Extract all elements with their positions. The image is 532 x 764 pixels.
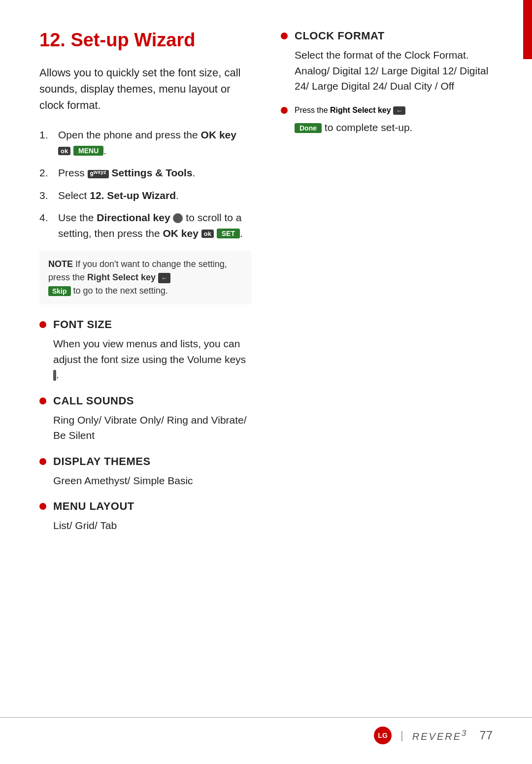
menu-badge: MENU	[73, 146, 103, 156]
bullet-menu-layout-title: MENU LAYOUT	[53, 500, 134, 513]
note-arrow-badge: ←	[158, 273, 170, 284]
lg-logo: LG	[374, 727, 392, 744]
bullet-dot-right-select	[281, 107, 288, 114]
right-select-text1: Press the	[295, 106, 330, 114]
bullet-call-sounds-header: CALL SOUNDS	[39, 395, 251, 407]
lg-circle-icon: LG	[374, 727, 392, 744]
bullet-call-sounds-body: Ring Only/ Vibrate Only/ Ring and Vibrat…	[39, 412, 251, 443]
bullet-right-select: Press the Right Select key ← Done to com…	[281, 106, 493, 135]
step-1-period: .	[103, 145, 106, 156]
note-bold: Right Select key	[87, 272, 158, 282]
footer-logo: LG | REVERE3 77	[374, 727, 493, 744]
footer-sup: 3	[462, 729, 467, 738]
step-1-text: Open the phone and press the	[58, 129, 201, 140]
bullet-dot-menu-layout	[39, 503, 46, 510]
red-bar	[523, 0, 532, 59]
bullet-font-size: FONT SIZE When you view menus and lists,…	[39, 318, 251, 383]
bullet-menu-layout-body: List/ Grid/ Tab	[39, 518, 251, 533]
bullet-font-size-body: When you view menus and lists, you can a…	[39, 336, 251, 383]
footer-brand-name: REVERE3	[412, 729, 468, 742]
note-text-after: to go to the next setting.	[73, 286, 168, 296]
step-3-num: 3.	[39, 188, 53, 203]
intro-text: Allows you to quickly set the font size,…	[39, 65, 251, 113]
page-title: 12. Set-up Wizard	[39, 30, 251, 51]
bullet-dot-font-size	[39, 321, 46, 328]
right-select-bold: Right Select key	[330, 106, 393, 114]
steps-list: 1. Open the phone and press the OK key o…	[39, 127, 251, 241]
step-2-bold: Settings & Tools	[111, 167, 192, 178]
step-3-content: Select 12. Set-up Wizard.	[58, 188, 251, 203]
step-4-period: .	[240, 228, 243, 239]
footer-page-number: 77	[479, 729, 493, 742]
footer: LG | REVERE3 77	[0, 717, 532, 744]
footer-separator: |	[400, 729, 403, 742]
bullet-menu-layout: MENU LAYOUT List/ Grid/ Tab	[39, 500, 251, 533]
step-1-content: Open the phone and press the OK key ok M…	[58, 127, 251, 158]
step-3-bold: 12. Set-up Wizard	[90, 190, 176, 201]
bullet-dot-display-themes	[39, 458, 46, 465]
step-2-text: Press	[58, 167, 88, 178]
bullet-right-select-content: Press the Right Select key ←	[295, 106, 405, 115]
step-1: 1. Open the phone and press the OK key o…	[39, 127, 251, 158]
bullet-dot-call-sounds	[39, 398, 46, 404]
step-1-bold: OK key	[201, 129, 236, 140]
right-column: CLOCK FORMAT Select the format of the Cl…	[281, 30, 493, 734]
bullet-clock-format-title: CLOCK FORMAT	[295, 30, 385, 42]
note-box: NOTE If you don't want to change the set…	[39, 251, 251, 304]
note-label: NOTE	[48, 259, 73, 269]
step-4-num: 4.	[39, 210, 53, 226]
bullet-display-themes-header: DISPLAY THEMES	[39, 455, 251, 468]
left-column: 12. Set-up Wizard Allows you to quickly …	[39, 30, 251, 734]
directional-icon	[173, 213, 183, 223]
step-4-content: Use the Directional key to scroll to a s…	[58, 210, 251, 241]
right-select-arrow: ←	[393, 106, 405, 115]
step-2-content: Press 9wxyz Settings & Tools.	[58, 165, 251, 181]
step-4-bold2: OK key	[163, 228, 201, 239]
settings-badge: 9wxyz	[88, 170, 109, 178]
volume-icon	[53, 370, 56, 381]
bullet-right-select-body: Done to complete set-up.	[281, 120, 493, 135]
ok-badge-2: ok	[201, 230, 214, 238]
step-3-text: Select	[58, 190, 90, 201]
done-badge: Done	[295, 123, 322, 133]
right-select-after: to complete set-up.	[325, 122, 413, 133]
bullet-clock-format-header: CLOCK FORMAT	[281, 30, 493, 42]
bullet-menu-layout-header: MENU LAYOUT	[39, 500, 251, 513]
step-4: 4. Use the Directional key to scroll to …	[39, 210, 251, 241]
ok-badge-1: ok	[58, 147, 70, 155]
step-3: 3. Select 12. Set-up Wizard.	[39, 188, 251, 203]
bullet-dot-clock-format	[281, 33, 288, 39]
bullet-call-sounds: CALL SOUNDS Ring Only/ Vibrate Only/ Rin…	[39, 395, 251, 443]
set-badge: SET	[217, 229, 240, 238]
bullet-clock-format-body: Select the format of the Clock Format. A…	[281, 47, 493, 94]
step-2-period: .	[193, 167, 196, 178]
step-1-num: 1.	[39, 127, 53, 143]
step-4-bold1: Directional key	[97, 212, 173, 223]
bullet-font-size-header: FONT SIZE	[39, 318, 251, 331]
bullet-display-themes-body: Green Amethyst/ Simple Basic	[39, 473, 251, 489]
step-3-period: .	[176, 190, 179, 201]
step-2: 2. Press 9wxyz Settings & Tools.	[39, 165, 251, 181]
step-2-num: 2.	[39, 165, 53, 181]
bullet-clock-format: CLOCK FORMAT Select the format of the Cl…	[281, 30, 493, 94]
bullet-display-themes: DISPLAY THEMES Green Amethyst/ Simple Ba…	[39, 455, 251, 489]
skip-badge: Skip	[48, 286, 71, 296]
bullet-right-select-header: Press the Right Select key ←	[281, 106, 493, 115]
bullet-font-size-title: FONT SIZE	[53, 318, 112, 331]
step-4-text1: Use the	[58, 212, 97, 223]
bullet-display-themes-title: DISPLAY THEMES	[53, 455, 151, 468]
bullet-call-sounds-title: CALL SOUNDS	[53, 395, 134, 407]
